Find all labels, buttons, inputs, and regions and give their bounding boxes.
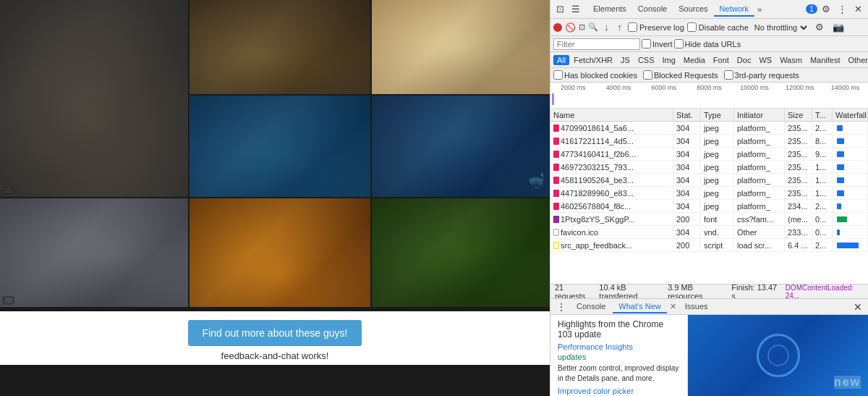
third-party-requests-label[interactable]: 3rd-party requests [724, 70, 799, 80]
network-row[interactable]: 47099018614_5a6... 304 jpeg platform_ 23… [550, 122, 868, 135]
network-row[interactable]: favicon.ico 304 vnd. Other 233... 0... [550, 226, 868, 239]
record-button[interactable] [553, 23, 562, 32]
filter-wasm[interactable]: Wasm [776, 55, 806, 65]
network-row[interactable]: 41617221114_4d5... 304 jpeg platform_ 23… [550, 135, 868, 148]
improved-color-picker-link[interactable]: Improved color picker [558, 387, 680, 395]
finish-time: Finish: 13.47 s [731, 283, 779, 300]
disable-cache-label[interactable]: Disable cache [687, 22, 749, 32]
device-toggle-icon[interactable]: ☰ [569, 2, 583, 16]
filter-doc[interactable]: Doc [733, 55, 755, 65]
has-blocked-cookies-checkbox[interactable] [553, 70, 563, 80]
inspect-element-icon[interactable]: ⊡ [553, 2, 567, 16]
gallery-cell-beach [372, 0, 550, 94]
th-waterfall[interactable]: Waterfall [833, 109, 868, 121]
filter-media[interactable]: Media [680, 55, 709, 65]
gallery-section: JS 🤿 JS Find out more about these guys! … [0, 0, 550, 396]
settings-icon[interactable]: ⚙ [819, 2, 833, 16]
console-left-panel: Highlights from the Chrome 103 update Pe… [550, 315, 688, 396]
throttle-settings-icon[interactable]: ⚙ [812, 20, 827, 34]
preserve-log-label[interactable]: Preserve log [628, 22, 684, 32]
youtube-thumbnail[interactable]: new [688, 315, 868, 396]
filter-other[interactable]: Other [844, 55, 868, 65]
filter-css[interactable]: CSS [634, 55, 658, 65]
network-row[interactable]: 1Ptxg8zYS_SKggP... 200 font css?fam... (… [550, 213, 868, 226]
th-name[interactable]: Name [550, 109, 673, 121]
preserve-log-checkbox[interactable] [628, 22, 637, 32]
tab-whats-new[interactable]: What's New [613, 300, 666, 313]
has-blocked-cookies-label[interactable]: Has blocked cookies [553, 70, 637, 80]
nr-waterfall-8 [833, 226, 868, 238]
filter-input[interactable] [553, 38, 640, 50]
network-toolbar-3: Has blocked cookies Blocked Requests 3rd… [550, 68, 868, 83]
throttle-select[interactable]: No throttling [752, 22, 809, 33]
whats-new-close-icon[interactable]: ✕ [668, 302, 678, 311]
more-tabs-button[interactable]: » [754, 2, 765, 17]
disable-cache-checkbox[interactable] [687, 22, 697, 32]
waterfall-bar-1 [837, 138, 844, 144]
tl-label-1: 4000 ms [596, 84, 642, 91]
console-tab-more-dots[interactable]: ⋮ [553, 301, 569, 313]
import-har-icon[interactable]: ↓ [601, 20, 612, 34]
tab-elements[interactable]: Elements [587, 2, 632, 17]
network-row[interactable]: src_app_feedback... 200 script load scr.… [550, 239, 868, 252]
tab-network[interactable]: Network [714, 2, 754, 17]
tab-sources[interactable]: Sources [673, 2, 713, 17]
nr-name-1: 41617221114_4d5... [550, 135, 673, 147]
th-initiator[interactable]: Initiator [734, 109, 785, 121]
gallery-cell-koala: JS [0, 0, 188, 197]
filter-icon-button[interactable]: ⊡ [579, 22, 585, 32]
nr-type-4: jpeg [701, 174, 734, 186]
th-status[interactable]: Stat. [673, 109, 701, 121]
th-size[interactable]: Size [785, 109, 812, 121]
third-party-requests-checkbox[interactable] [724, 70, 733, 80]
clear-network-button[interactable]: 🚫 [565, 22, 576, 33]
devtools-toolbar: ⊡ ☰ Elements Console Sources Network » 1… [550, 0, 868, 19]
console-tabs: ⋮ Console What's New ✕ Issues ✕ [550, 299, 868, 315]
error-badge: 1 [806, 4, 817, 14]
tab-issues[interactable]: Issues [679, 300, 714, 313]
yt-inner-circle [767, 345, 789, 366]
requests-count: 21 requests [555, 283, 593, 300]
filter-manifest[interactable]: Manifest [807, 55, 844, 65]
screenshot-icon[interactable]: 📷 [830, 20, 847, 34]
hide-data-urls-label[interactable]: Hide data URLs [674, 39, 741, 49]
gallery-cell-seaweed [372, 198, 550, 307]
network-table-header: Name Stat. Type Initiator Size T... Wate… [550, 109, 868, 122]
th-type[interactable]: Type [701, 109, 734, 121]
blocked-requests-label[interactable]: Blocked Requests [643, 70, 718, 80]
network-row[interactable]: 45811905264_be3... 304 jpeg platform_ 23… [550, 174, 868, 187]
search-network-button[interactable]: 🔍 [588, 22, 598, 32]
nr-waterfall-9 [833, 239, 868, 251]
export-har-icon[interactable]: ↑ [615, 20, 626, 34]
filter-img[interactable]: Img [659, 55, 679, 65]
perf-updates-label[interactable]: updates [558, 353, 680, 361]
nr-initiator-6: platform_ [734, 200, 785, 212]
network-row[interactable]: 46025678804_f8c... 304 jpeg platform_ 23… [550, 200, 868, 213]
nr-waterfall-5 [833, 187, 868, 199]
highlights-title: Highlights from the Chrome 103 update [558, 319, 680, 340]
nr-initiator-5: platform_ [734, 187, 785, 199]
invert-label[interactable]: Invert [642, 39, 673, 49]
tab-console-bottom[interactable]: Console [571, 300, 611, 313]
close-devtools-icon[interactable]: ✕ [851, 2, 865, 16]
invert-checkbox[interactable] [642, 39, 651, 49]
find-out-more-button[interactable]: Find out more about these guys! [188, 320, 362, 346]
waterfall-bar-4 [837, 177, 844, 183]
perf-insights-label[interactable]: Performance Insights [558, 342, 680, 351]
network-row[interactable]: 44718289960_e83... 304 jpeg platform_ 23… [550, 187, 868, 200]
hide-data-urls-checkbox[interactable] [674, 39, 684, 49]
file-icon-0 [553, 125, 559, 132]
close-console-panel-icon[interactable]: ✕ [851, 301, 865, 313]
filter-font[interactable]: Font [710, 55, 733, 65]
more-options-icon[interactable]: ⋮ [835, 2, 850, 16]
filter-js[interactable]: JS [617, 55, 634, 65]
network-row[interactable]: 47734160411_f2b6... 304 jpeg platform_ 2… [550, 148, 868, 161]
filter-ws[interactable]: WS [755, 55, 775, 65]
th-time[interactable]: T... [812, 109, 833, 121]
blocked-requests-checkbox[interactable] [643, 70, 652, 80]
network-row[interactable]: 46972303215_793... 304 jpeg platform_ 23… [550, 161, 868, 174]
filter-fetch-xhr[interactable]: Fetch/XHR [570, 55, 616, 65]
tab-console[interactable]: Console [632, 2, 673, 17]
nr-time-1: 8... [812, 135, 833, 147]
filter-all[interactable]: All [553, 55, 569, 65]
